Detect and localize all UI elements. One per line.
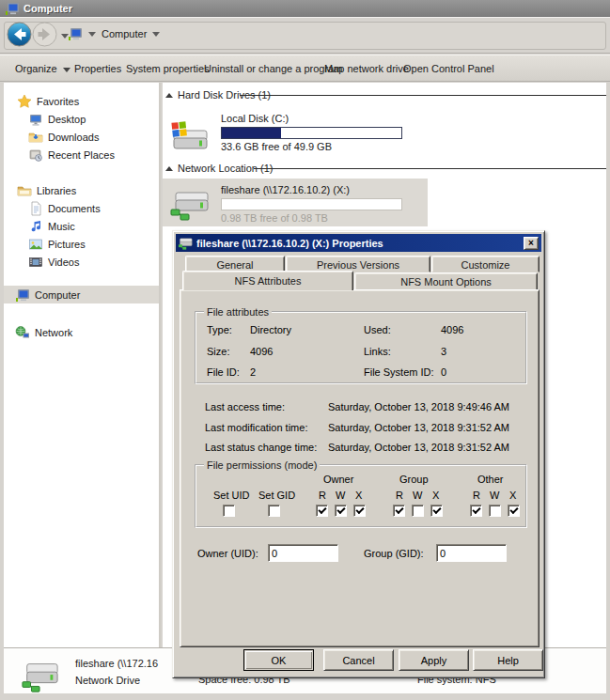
breadcrumb-root-chevron-icon[interactable] bbox=[88, 32, 96, 37]
close-icon[interactable]: × bbox=[524, 237, 539, 250]
group-gid-label: Group (GID): bbox=[364, 548, 424, 559]
system-properties-button[interactable]: System properties bbox=[126, 61, 210, 77]
disk-usage-fill bbox=[222, 128, 281, 138]
sidebar-item-computer[interactable]: Computer bbox=[4, 286, 159, 303]
address-bar[interactable]: Computer bbox=[68, 23, 160, 45]
breadcrumb[interactable]: Computer bbox=[102, 28, 147, 39]
x-label: X bbox=[432, 490, 439, 501]
time-value: Saturday, October 13, 2018 9:31:52 AM bbox=[328, 422, 509, 433]
nfs-attributes-panel: File attributes Type: Directory Used: 40… bbox=[180, 289, 540, 647]
collapse-arrow-icon bbox=[165, 93, 173, 98]
owner-header: Owner bbox=[323, 474, 353, 485]
tab-nfs-mount-options[interactable]: NFS Mount Options bbox=[354, 272, 538, 290]
organize-button[interactable]: Organize bbox=[15, 61, 70, 77]
group-legend: File permissions (mode) bbox=[204, 459, 320, 471]
sidebar-item-libraries[interactable]: Libraries bbox=[4, 181, 159, 199]
owner-uid-field[interactable] bbox=[268, 544, 338, 562]
group-gid-field[interactable] bbox=[436, 544, 507, 562]
forward-button[interactable] bbox=[31, 21, 58, 48]
explorer-window: Computer Computer Organize Properties Sy… bbox=[0, 0, 610, 700]
set-uid-checkbox[interactable] bbox=[223, 505, 235, 517]
owner-write-checkbox[interactable] bbox=[335, 505, 347, 517]
other-header: Other bbox=[477, 474, 504, 485]
collapse-arrow-icon bbox=[165, 166, 173, 171]
back-arrow-icon bbox=[6, 21, 33, 48]
time-value: Saturday, October 13, 2018 9:31:52 AM bbox=[328, 442, 509, 453]
x-label: X bbox=[509, 490, 516, 501]
window-titlebar[interactable]: Computer bbox=[0, 0, 610, 18]
sidebar-item-music[interactable]: Music bbox=[4, 217, 159, 235]
w-label: W bbox=[490, 490, 499, 501]
details-item-type: Network Drive bbox=[75, 675, 140, 686]
command-toolbar: Organize Properties System properties Un… bbox=[0, 54, 610, 82]
attr-label: File System ID: bbox=[364, 366, 434, 378]
organize-chevron-icon bbox=[63, 68, 70, 72]
desktop-icon bbox=[28, 112, 43, 127]
computer-icon bbox=[68, 26, 83, 41]
time-label: Last status change time: bbox=[205, 442, 317, 453]
attr-value: 4096 bbox=[250, 346, 273, 357]
other-write-checkbox[interactable] bbox=[489, 505, 501, 517]
disk-usage-bar bbox=[221, 198, 402, 210]
sidebar-item-downloads[interactable]: Downloads bbox=[4, 128, 159, 146]
recent-places-icon bbox=[28, 148, 43, 163]
group-execute-checkbox[interactable] bbox=[430, 505, 443, 517]
sidebar-item-recent-places[interactable]: Recent Places bbox=[4, 146, 159, 163]
attr-label: Links: bbox=[364, 346, 391, 357]
dialog-titlebar[interactable]: fileshare (\\172.16.10.2) (X:) Propertie… bbox=[176, 234, 541, 252]
breadcrumb-chevron-icon[interactable] bbox=[152, 32, 160, 37]
tab-customize[interactable]: Customize bbox=[431, 256, 540, 272]
group-header: Group bbox=[399, 474, 429, 485]
network-drive-icon bbox=[19, 657, 62, 694]
set-gid-label: Set GID bbox=[258, 490, 295, 501]
back-button[interactable] bbox=[6, 21, 33, 48]
sidebar-item-favorites[interactable]: Favorites bbox=[4, 92, 159, 110]
tab-nfs-attributes[interactable]: NFS Attributes bbox=[182, 271, 353, 290]
other-read-checkbox[interactable] bbox=[470, 505, 482, 517]
sidebar-item-network[interactable]: Network bbox=[4, 323, 159, 341]
computer-icon bbox=[5, 1, 20, 16]
network-icon bbox=[15, 325, 30, 340]
navigation-pane: Favorites Desktop Downloads Recent Place… bbox=[4, 83, 161, 647]
ok-button[interactable]: OK bbox=[243, 649, 314, 671]
group-read-checkbox[interactable] bbox=[393, 505, 405, 517]
open-control-panel-button[interactable]: Open Control Panel bbox=[403, 61, 494, 77]
sidebar-item-videos[interactable]: Videos bbox=[4, 253, 159, 271]
attr-value: Directory bbox=[250, 324, 291, 335]
owner-read-checkbox[interactable] bbox=[316, 505, 328, 517]
drive-free-space: 33.6 GB free of 49.9 GB bbox=[221, 141, 332, 152]
sidebar-item-desktop[interactable]: Desktop bbox=[4, 110, 159, 128]
r-label: R bbox=[473, 490, 480, 501]
document-icon bbox=[28, 201, 43, 216]
other-execute-checkbox[interactable] bbox=[508, 505, 520, 517]
properties-dialog: fileshare (\\172.16.10.2) (X:) Propertie… bbox=[172, 230, 545, 678]
attr-value: 4096 bbox=[441, 324, 463, 335]
details-item-name: fileshare (\\172.16 bbox=[75, 658, 158, 669]
x-label: X bbox=[355, 490, 362, 501]
picture-icon bbox=[28, 237, 43, 252]
cancel-button[interactable]: Cancel bbox=[323, 649, 394, 671]
navigation-bar: Computer bbox=[0, 19, 610, 54]
map-network-drive-button[interactable]: Map network drive bbox=[324, 61, 409, 77]
set-gid-checkbox[interactable] bbox=[268, 505, 280, 517]
time-label: Last modification time: bbox=[205, 422, 307, 433]
group-write-checkbox[interactable] bbox=[412, 505, 424, 517]
owner-uid-label: Owner (UID): bbox=[197, 548, 258, 559]
sidebar-item-pictures[interactable]: Pictures bbox=[4, 235, 159, 253]
properties-button[interactable]: Properties bbox=[74, 61, 121, 77]
music-note-icon bbox=[28, 219, 43, 234]
owner-execute-checkbox[interactable] bbox=[353, 505, 366, 517]
attr-value: 0 bbox=[441, 366, 446, 378]
time-label: Last access time: bbox=[205, 401, 285, 412]
drive-item-fileshare-selected[interactable]: fileshare (\\172.16.10.2) (X:) 0.98 TB f… bbox=[163, 179, 428, 226]
attr-value: 2 bbox=[250, 366, 256, 378]
network-drive-icon bbox=[179, 236, 193, 250]
uninstall-program-button[interactable]: Uninstall or change a program bbox=[204, 61, 342, 77]
help-button[interactable]: Help bbox=[473, 649, 543, 671]
apply-button[interactable]: Apply bbox=[399, 649, 469, 671]
forward-arrow-icon bbox=[31, 21, 58, 48]
r-label: R bbox=[319, 490, 326, 501]
sidebar-item-documents[interactable]: Documents bbox=[4, 199, 159, 217]
libraries-folder-icon bbox=[17, 183, 32, 198]
downloads-folder-icon bbox=[28, 130, 43, 145]
